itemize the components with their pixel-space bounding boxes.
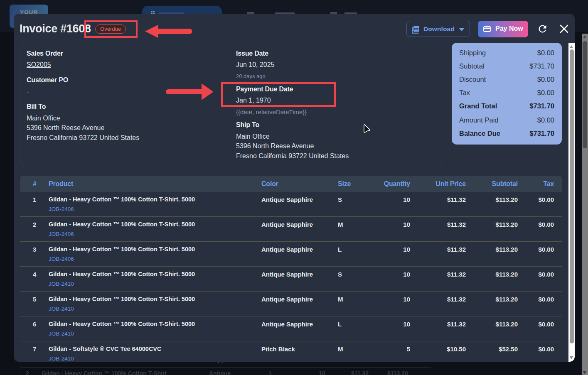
svg-text:PDF: PDF (414, 27, 419, 30)
